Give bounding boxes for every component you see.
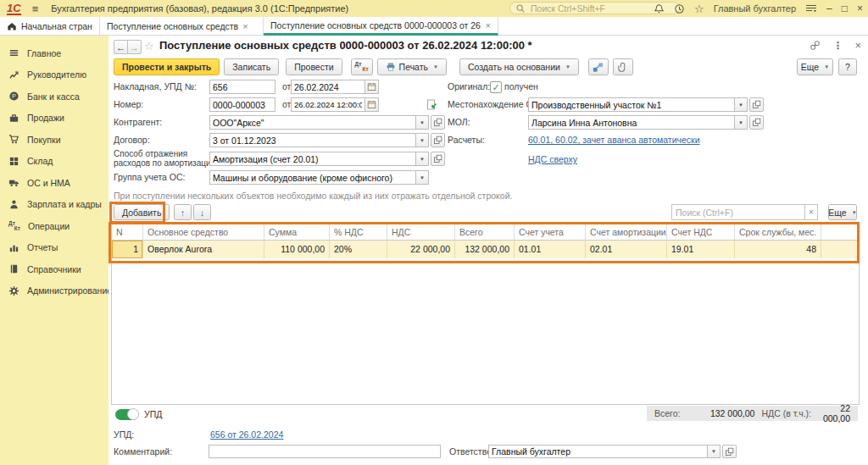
related-documents-button[interactable]: [588, 58, 609, 75]
cell-vat-account[interactable]: 19.01: [667, 241, 735, 258]
cell-account[interactable]: 01.01: [515, 241, 586, 258]
help-button[interactable]: ?: [838, 58, 857, 75]
global-search-input[interactable]: [529, 3, 674, 14]
show-postings-button[interactable]: ДтКт: [351, 58, 373, 75]
maximize-button[interactable]: □: [842, 3, 848, 14]
items-search-input[interactable]: [671, 204, 805, 220]
sidebar-item-reports[interactable]: Отчеты: [0, 237, 108, 259]
items-search[interactable]: ×: [671, 204, 818, 220]
cell-lifetime[interactable]: 48: [735, 241, 821, 258]
set-current-date-icon[interactable]: [426, 99, 437, 111]
minimize-button[interactable]: –: [826, 3, 832, 14]
favorites-star-icon[interactable]: ☆: [694, 3, 704, 15]
dropdown-icon[interactable]: ▼: [415, 133, 429, 147]
dropdown-icon[interactable]: ▼: [734, 97, 748, 112]
tab-receipts-list[interactable]: Поступление основных средств ×: [100, 17, 264, 36]
close-tab-icon[interactable]: ×: [486, 20, 491, 30]
main-menu-icon[interactable]: ≡: [32, 3, 39, 15]
sidebar-item-bank-cash[interactable]: P Банк и касса: [0, 86, 108, 108]
forward-button[interactable]: →: [127, 40, 142, 54]
service-menu-icon[interactable]: [805, 3, 817, 14]
calendar-icon[interactable]: [364, 97, 379, 112]
sidebar-item-purchases[interactable]: Покупки: [0, 129, 108, 151]
cell-row-number[interactable]: 1: [112, 241, 143, 258]
column-header-vat-rate[interactable]: % НДС: [330, 224, 387, 241]
dropdown-icon[interactable]: ▼: [734, 115, 748, 130]
column-header-asset[interactable]: Основное средство: [143, 224, 264, 241]
column-header-n[interactable]: N: [112, 224, 143, 241]
cell-total[interactable]: 132 000,00: [455, 241, 515, 258]
depreciation-method-input[interactable]: [209, 152, 416, 166]
upd-document-link[interactable]: 656 от 26.02.2024: [210, 429, 283, 440]
invoice-date-input[interactable]: [291, 80, 365, 94]
mol-input[interactable]: [528, 115, 735, 130]
document-number-input[interactable]: [209, 97, 275, 112]
tab-receipt-document[interactable]: Поступление основных средств 0000-000003…: [264, 17, 498, 36]
move-row-up-button[interactable]: ↑: [174, 204, 192, 220]
comment-input[interactable]: [209, 445, 441, 458]
dropdown-icon[interactable]: ▼: [707, 445, 721, 458]
column-header-account[interactable]: Счет учета: [515, 224, 586, 241]
attachments-button[interactable]: [613, 58, 633, 75]
close-tab-icon[interactable]: ×: [242, 21, 248, 31]
sidebar-item-operations[interactable]: ДтКт Операции: [0, 215, 108, 237]
sidebar-item-warehouse[interactable]: Склад: [0, 151, 108, 173]
clear-search-icon[interactable]: ×: [804, 204, 818, 220]
vat-mode-link[interactable]: НДС сверху: [528, 154, 577, 164]
cell-vat[interactable]: 22 000,00: [387, 241, 455, 258]
cell-vat-rate[interactable]: 20%: [330, 241, 387, 258]
open-item-icon[interactable]: [431, 115, 445, 130]
create-on-basis-button[interactable]: Создать на основании ▼: [459, 58, 579, 75]
open-item-icon[interactable]: [431, 133, 445, 147]
sidebar-item-main[interactable]: Главное: [0, 42, 108, 64]
close-form-icon[interactable]: ×: [854, 39, 861, 52]
document-date-input[interactable]: [291, 97, 365, 112]
get-link-icon[interactable]: [810, 40, 821, 51]
sidebar-item-fixed-assets[interactable]: ОС и НМА: [0, 172, 108, 194]
print-button[interactable]: Печать ▼: [377, 58, 447, 75]
invoice-number-input[interactable]: [209, 80, 275, 94]
counterparty-input[interactable]: [209, 115, 416, 130]
location-input[interactable]: [528, 97, 735, 112]
calendar-icon[interactable]: [364, 80, 379, 94]
sidebar-item-salary-hr[interactable]: Зарплата и кадры: [0, 194, 108, 216]
sidebar-item-sales[interactable]: Продажи: [0, 108, 108, 130]
column-header-total[interactable]: Всего: [455, 224, 515, 241]
column-header-vat[interactable]: НДС: [387, 224, 455, 241]
move-row-down-button[interactable]: ↓: [193, 204, 211, 220]
asset-group-input[interactable]: [209, 170, 416, 185]
column-header-sum[interactable]: Сумма: [264, 224, 330, 241]
open-item-icon[interactable]: [431, 152, 445, 166]
post-and-close-button[interactable]: Провести и закрыть: [114, 58, 220, 75]
upd-toggle[interactable]: [115, 409, 138, 420]
column-header-depr-account[interactable]: Счет амортизации: [586, 224, 667, 241]
dropdown-icon[interactable]: ▼: [415, 170, 429, 185]
window-menu-icon[interactable]: ⋮: [832, 40, 843, 52]
open-item-icon[interactable]: [749, 115, 764, 130]
sidebar-item-manager[interactable]: Руководителю: [0, 64, 108, 86]
save-button[interactable]: Записать: [224, 58, 279, 75]
current-user[interactable]: Главный бухгалтер: [714, 3, 796, 14]
column-header-lifetime[interactable]: Срок службы, мес.: [735, 224, 821, 241]
original-received-checkbox[interactable]: ✓: [490, 81, 502, 93]
close-window-button[interactable]: ×: [857, 3, 863, 14]
cell-asset[interactable]: Оверлок Aurora: [143, 241, 264, 258]
sidebar-item-catalogs[interactable]: Справочники: [0, 258, 108, 280]
items-more-button[interactable]: Еще ▼: [828, 204, 857, 220]
notifications-bell-icon[interactable]: [654, 3, 665, 14]
column-header-vat-account[interactable]: Счет НДС: [667, 224, 735, 241]
history-icon[interactable]: [674, 3, 685, 14]
favorite-star-icon[interactable]: ☆: [144, 40, 154, 53]
open-item-icon[interactable]: [722, 445, 737, 458]
open-item-icon[interactable]: [749, 97, 764, 112]
form-more-button[interactable]: Еще ▼: [797, 58, 833, 75]
dropdown-icon[interactable]: ▼: [415, 115, 429, 130]
cell-sum[interactable]: 110 000,00: [264, 241, 330, 258]
back-button[interactable]: ←: [114, 40, 128, 54]
responsible-input[interactable]: [488, 445, 708, 458]
contract-input[interactable]: [209, 133, 416, 147]
tab-home[interactable]: Начальная страница: [0, 17, 100, 36]
dropdown-icon[interactable]: ▼: [415, 152, 429, 166]
post-button[interactable]: Провести: [286, 58, 342, 75]
add-row-button[interactable]: Добавить: [114, 204, 170, 220]
